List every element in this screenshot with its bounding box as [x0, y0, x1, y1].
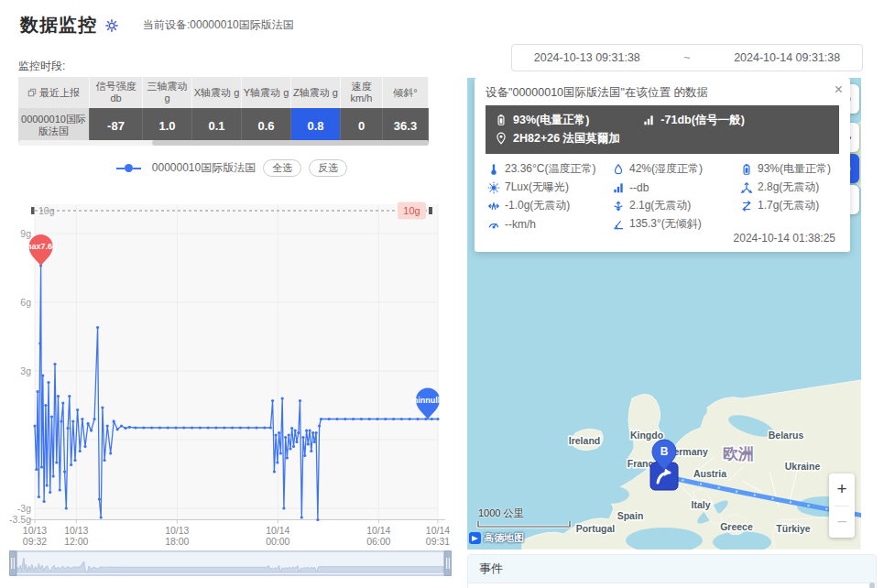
vibration-line-chart[interactable]: 9g6g3g-3g-3.5g10/1309:3210/1312:0010/131… [5, 197, 458, 548]
events-scrollbar-thumb[interactable] [869, 583, 875, 588]
y-tick-label: -3.5g [9, 514, 31, 525]
map-country-label: Spain [617, 510, 644, 521]
y-axis-vibration-icon [612, 200, 625, 212]
humidity-icon [612, 163, 625, 176]
device-data-table: 最近上报 信号强度 db 三轴震动 g X轴震动 g Y轴震动 g Z轴震动 g… [18, 77, 429, 143]
location-pin-icon [495, 132, 507, 145]
gear-icon[interactable] [104, 18, 119, 33]
signal-icon [642, 114, 655, 126]
chart-plot-area [35, 204, 438, 520]
map-country-label: Greece [720, 521, 753, 532]
markline-right-label: 10g [403, 205, 420, 216]
table-header-row: 最近上报 信号强度 db 三轴震动 g X轴震动 g Y轴震动 g Z轴震动 g… [18, 77, 429, 108]
legend-series-label[interactable]: 00000010国际版法国 [152, 160, 256, 176]
amap-map[interactable]: Greenland SeaBarents SeaIrelandKingdoGer… [467, 78, 861, 550]
col-tilt: 倾斜° [383, 77, 429, 108]
popup-summary-bar: 93%(电量正常) -71db(信号一般) 2H82+26 法国莫爾加 [486, 105, 839, 154]
stat-speed: --km/h [487, 216, 612, 232]
map-scale-label: 1000 公里 [478, 506, 524, 520]
x-tick-label: 06:00 [366, 536, 390, 547]
stat-signal: --db [612, 180, 740, 195]
svg-text:max7.6g: max7.6g [25, 242, 58, 251]
x-tick-label: 10/13 [64, 525, 88, 536]
stat-tilt: 135.3°(无倾斜) [612, 216, 740, 232]
table-scrollbar[interactable] [18, 140, 429, 146]
map-country-label: Austria [693, 468, 726, 479]
table-data-row: 00000010国际版法国 -87 1.0 0.1 0.6 0.8 0 36.3 [18, 108, 429, 143]
map-country-label: Ukraine [785, 461, 821, 472]
stat-temperature: 23.36°C(温度正常) [487, 161, 612, 177]
markline-left-label: 10g [38, 205, 55, 216]
x-tick-label: 18:00 [165, 536, 189, 547]
col-z-vibration: Z轴震动 g [291, 77, 341, 108]
light-icon [487, 181, 500, 194]
map-country-label: Kingdo [630, 430, 663, 441]
popup-signal-text: -71db(信号一般) [660, 113, 745, 128]
x-tick-label: 09:31 [426, 536, 450, 547]
current-device-label: 当前设备:00000010国际版法国 [143, 17, 294, 33]
col-x-vibration: X轴震动 g [192, 77, 242, 108]
col-signal: 信号强度 db [90, 77, 143, 108]
y-tick-label: 9g [20, 228, 31, 239]
x-axis-vibration-icon [487, 200, 500, 212]
datazoom-handle-left[interactable] [9, 550, 16, 576]
z-axis-vibration-icon [740, 200, 753, 212]
cell-device-name: 00000010国际版法国 [18, 108, 90, 143]
date-range-picker[interactable]: 2024-10-13 09:31:38 ~ 2024-10-14 09:31:3… [511, 44, 863, 71]
events-panel: 事件 [467, 554, 877, 588]
amap-attribution: 高德地图 [469, 531, 524, 545]
popup-close-icon[interactable]: × [835, 83, 843, 96]
x-tick-label: 10/13 [23, 525, 47, 536]
x-tick-label: 09:32 [23, 536, 47, 547]
speed-icon [487, 218, 500, 231]
cell-3axis-vibration: 1.0 [143, 108, 192, 143]
stat-z-axis-vibration: 1.7g(无震动) [740, 198, 850, 213]
x-tick-label: 10/14 [366, 525, 390, 536]
cell-speed: 0 [341, 108, 383, 143]
cell-z-vibration: 0.8 [291, 108, 341, 143]
cell-tilt: 36.3 [383, 108, 429, 143]
stat-x-axis-vibration: -1.0g(无震动) [487, 198, 612, 213]
cell-signal: -87 [90, 108, 143, 143]
stat-humidity: 42%(湿度正常) [612, 161, 740, 177]
map-region-label: 欧洲 [723, 445, 754, 463]
table-scrollbar-thumb[interactable] [152, 140, 429, 146]
battery-icon [495, 114, 507, 126]
y-tick-label: 3g [20, 365, 31, 376]
temperature-icon [487, 163, 500, 176]
x-tick-label: 10/14 [266, 525, 289, 536]
cell-x-vibration: 0.1 [192, 108, 242, 143]
zoom-in-button[interactable]: + [829, 474, 855, 506]
cell-y-vibration: 0.6 [242, 108, 291, 143]
chart-legend: 00000010国际版法国 全选 反选 [7, 159, 456, 177]
events-panel-header[interactable]: 事件 [468, 555, 876, 583]
svg-text:minnullg: minnullg [410, 396, 445, 405]
col-3axis-vibration: 三轴震动 g [143, 77, 192, 108]
amap-logo-text: 高德地图 [484, 531, 524, 545]
stat-three-axis-vibration: 2.8g(无震动) [740, 180, 850, 195]
device-location-popup: 设备"00000010国际版法国"在该位置 的数据 × 93%(电量正常) -7… [475, 78, 850, 252]
legend-series-marker[interactable] [116, 164, 141, 172]
popup-title: 设备"00000010国际版法国"在该位置 的数据 [475, 78, 850, 105]
zoom-out-button[interactable]: − [829, 506, 855, 539]
datazoom-handle-right[interactable] [444, 550, 452, 576]
date-end-value[interactable]: 2024-10-14 09:31:38 [734, 51, 840, 64]
page-title: 数据监控 [20, 13, 97, 38]
popup-stats-grid: 23.36°C(温度正常)42%(湿度正常)93%(电量正常)7Lux(无曝光)… [475, 154, 850, 232]
popup-battery-text: 93%(电量正常) [513, 113, 589, 128]
date-range-separator: ~ [683, 51, 690, 64]
col-latest-report: 最近上报 [18, 77, 90, 108]
map-zoom-control: + − [829, 474, 855, 538]
date-start-value[interactable]: 2024-10-13 09:31:38 [534, 51, 640, 64]
amap-logo-icon [469, 532, 481, 544]
col-y-vibration: Y轴震动 g [242, 77, 291, 108]
page-header: 数据监控 当前设备:00000010国际版法国 [20, 13, 294, 38]
x-tick-label: 00:00 [266, 536, 289, 547]
invert-select-button[interactable]: 反选 [309, 159, 347, 177]
signal-icon [612, 181, 625, 194]
select-all-button[interactable]: 全选 [263, 159, 301, 177]
three-axis-vibration-icon [740, 181, 753, 194]
svg-text:B: B [660, 445, 669, 458]
chart-datazoom-slider[interactable] [9, 550, 452, 576]
popup-location-text: 2H82+26 法国莫爾加 [513, 131, 620, 147]
